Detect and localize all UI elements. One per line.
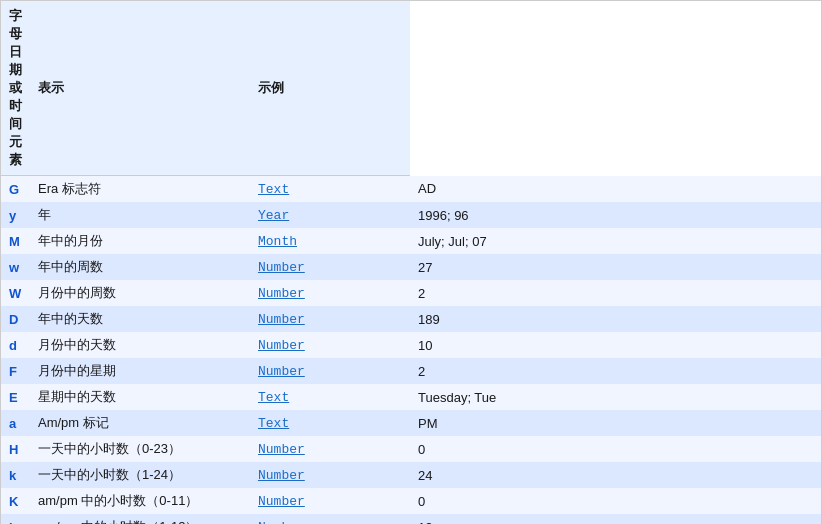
cell-presentation[interactable]: Number <box>250 280 410 306</box>
presentation-link[interactable]: Number <box>258 364 305 379</box>
presentation-link[interactable]: Number <box>258 494 305 509</box>
main-container: 字母 日期或时间元素 表示 示例 GEra 标志符TextADy年Year199… <box>0 0 822 524</box>
cell-presentation[interactable]: Number <box>250 358 410 384</box>
cell-letter: H <box>1 436 30 462</box>
cell-example: Tuesday; Tue <box>410 384 821 410</box>
cell-example: July; Jul; 07 <box>410 228 821 254</box>
table-row: y年Year1996; 96 <box>1 202 821 228</box>
presentation-link[interactable]: Text <box>258 416 289 431</box>
cell-letter: K <box>1 488 30 514</box>
table-row: W月份中的周数Number2 <box>1 280 821 306</box>
cell-example: 12 <box>410 514 821 524</box>
cell-description: 月份中的星期 <box>30 358 250 384</box>
presentation-link[interactable]: Number <box>258 468 305 483</box>
cell-letter: a <box>1 410 30 436</box>
cell-description: 年中的周数 <box>30 254 250 280</box>
cell-example: 0 <box>410 488 821 514</box>
cell-presentation[interactable]: Number <box>250 462 410 488</box>
table-header-row: 字母 日期或时间元素 表示 示例 <box>1 1 821 176</box>
table-row: w年中的周数Number27 <box>1 254 821 280</box>
cell-example: 0 <box>410 436 821 462</box>
presentation-link[interactable]: Number <box>258 442 305 457</box>
cell-example: 10 <box>410 332 821 358</box>
cell-description: am/pm 中的小时数（0-11） <box>30 488 250 514</box>
table-row: D年中的天数Number189 <box>1 306 821 332</box>
datetime-table: 字母 日期或时间元素 表示 示例 GEra 标志符TextADy年Year199… <box>1 1 821 524</box>
cell-example: 27 <box>410 254 821 280</box>
table-row: E星期中的天数TextTuesday; Tue <box>1 384 821 410</box>
presentation-link[interactable]: Number <box>258 286 305 301</box>
cell-letter: D <box>1 306 30 332</box>
cell-letter: d <box>1 332 30 358</box>
cell-example: 2 <box>410 358 821 384</box>
presentation-link[interactable]: Text <box>258 390 289 405</box>
cell-example: PM <box>410 410 821 436</box>
col-header-letter: 字母 日期或时间元素 <box>1 1 30 176</box>
table-row: d月份中的天数Number10 <box>1 332 821 358</box>
cell-example: 2 <box>410 280 821 306</box>
cell-presentation[interactable]: Number <box>250 332 410 358</box>
cell-letter: M <box>1 228 30 254</box>
presentation-link[interactable]: Number <box>258 338 305 353</box>
table-row: k一天中的小时数（1-24）Number24 <box>1 462 821 488</box>
table-row: GEra 标志符TextAD <box>1 176 821 203</box>
col-header-example: 示例 <box>250 1 410 176</box>
cell-description: Am/pm 标记 <box>30 410 250 436</box>
col-header-presentation: 表示 <box>30 1 250 176</box>
table-row: F月份中的星期Number2 <box>1 358 821 384</box>
cell-description: 一天中的小时数（1-24） <box>30 462 250 488</box>
cell-description: 年中的天数 <box>30 306 250 332</box>
cell-letter: E <box>1 384 30 410</box>
cell-example: 189 <box>410 306 821 332</box>
cell-letter: k <box>1 462 30 488</box>
table-row: Kam/pm 中的小时数（0-11）Number0 <box>1 488 821 514</box>
cell-presentation[interactable]: Number <box>250 488 410 514</box>
cell-presentation[interactable]: Number <box>250 436 410 462</box>
cell-letter: y <box>1 202 30 228</box>
cell-example: AD <box>410 176 821 203</box>
cell-description: 年中的月份 <box>30 228 250 254</box>
cell-description: am/pm 中的小时数（1-12） <box>30 514 250 524</box>
cell-presentation[interactable]: Text <box>250 384 410 410</box>
cell-description: 一天中的小时数（0-23） <box>30 436 250 462</box>
presentation-link[interactable]: Month <box>258 234 297 249</box>
table-row: ham/pm 中的小时数（1-12）Number12 <box>1 514 821 524</box>
presentation-link[interactable]: Number <box>258 260 305 275</box>
cell-letter: w <box>1 254 30 280</box>
cell-letter: F <box>1 358 30 384</box>
cell-letter: h <box>1 514 30 524</box>
cell-description: 月份中的周数 <box>30 280 250 306</box>
presentation-link[interactable]: Text <box>258 182 289 197</box>
presentation-link[interactable]: Number <box>258 312 305 327</box>
table-row: H一天中的小时数（0-23）Number0 <box>1 436 821 462</box>
cell-description: 月份中的天数 <box>30 332 250 358</box>
cell-description: 年 <box>30 202 250 228</box>
cell-example: 24 <box>410 462 821 488</box>
cell-presentation[interactable]: Month <box>250 228 410 254</box>
cell-presentation[interactable]: Number <box>250 514 410 524</box>
cell-description: Era 标志符 <box>30 176 250 203</box>
presentation-link[interactable]: Number <box>258 520 305 524</box>
cell-presentation[interactable]: Number <box>250 306 410 332</box>
cell-letter: W <box>1 280 30 306</box>
cell-presentation[interactable]: Text <box>250 410 410 436</box>
presentation-link[interactable]: Year <box>258 208 289 223</box>
cell-example: 1996; 96 <box>410 202 821 228</box>
cell-letter: G <box>1 176 30 203</box>
cell-description: 星期中的天数 <box>30 384 250 410</box>
table-row: aAm/pm 标记TextPM <box>1 410 821 436</box>
cell-presentation[interactable]: Number <box>250 254 410 280</box>
cell-presentation[interactable]: Text <box>250 176 410 203</box>
table-row: M年中的月份MonthJuly; Jul; 07 <box>1 228 821 254</box>
cell-presentation[interactable]: Year <box>250 202 410 228</box>
